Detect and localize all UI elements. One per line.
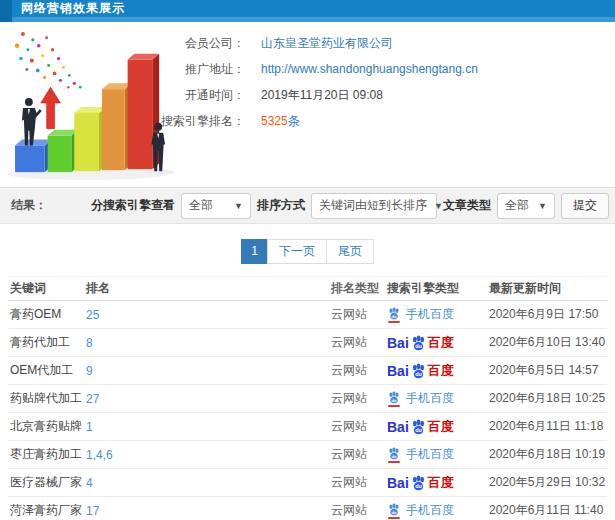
sort-label: 排序方式 [257,197,305,214]
engine-label: 手机百度 [406,446,454,463]
sort-select[interactable]: 关键词由短到长排序 ▼ [311,193,437,219]
bar-orange [102,83,132,170]
page-1-button[interactable]: 1 [241,239,268,264]
engine-rank-value: 5325条 [261,113,300,130]
article-type-label: 文章类型 [443,197,491,214]
table-row: 医疗器械厂家 4 云网站 Bai du 百度 2020年5月29日 10:32 [8,469,607,497]
bar-yellow [74,107,106,171]
header-keyword: 关键词 [8,280,86,297]
baidu-logo-text: Bai [387,419,409,435]
keyword-cell: OEM代加工 [8,362,86,379]
svg-text:du: du [415,427,422,433]
open-time-row: 开通时间： 2019年11月20日 09:08 [140,82,611,108]
table-header-row: 关键词 排名 排名类型 搜索引擎类型 最新更新时间 [8,276,607,301]
last-page-button[interactable]: 尾页 [326,239,374,264]
baidu-logo-text: Bai [387,335,409,351]
baidu-paw-icon: du [409,475,427,491]
promo-url-label: 推广地址： [140,61,245,78]
result-label: 结果： [11,197,47,214]
baidu-logo-text: Bai [387,475,409,491]
next-page-button[interactable]: 下一页 [267,239,327,264]
keyword-cell: 膏药代加工 [8,334,86,351]
rank-count: 5325 [261,114,288,128]
engine-cell: Bai du 百度 [387,474,489,492]
article-type-value: 全部 [505,197,529,214]
header-updated: 最新更新时间 [489,280,607,297]
svg-text:du: du [415,343,422,349]
header-rank-type: 排名类型 [331,280,387,297]
table-row: 北京膏药贴牌 1 云网站 Bai du 百度 2020年6月11日 11:18 [8,413,607,441]
baidu-logo-text: Bai [387,363,409,379]
engine-cell: Bai du 百度 [387,362,489,380]
engine-cell: du 手机百度 [387,306,489,323]
page-title: 网络营销效果展示 [21,0,125,17]
updated-cell: 2020年6月18日 10:19 [489,446,607,463]
updated-cell: 2020年6月10日 13:40 [489,334,607,351]
rank-type-cell: 云网站 [331,474,387,491]
rank-cell[interactable]: 27 [86,392,331,406]
engine-rank-row: 搜索引擎排名： 5325条 [140,108,611,134]
table-row: OEM代加工 9 云网站 Bai du 百度 2020年6月5日 14:57 [8,357,607,385]
keyword-cell: 枣庄膏药加工 [8,446,86,463]
baidu-paw-icon: du [409,419,427,435]
engine-cell: du 手机百度 [387,390,489,407]
table-row: 膏药OEM 25 云网站 du 手机百度 2020年6月9日 17:50 [8,301,607,329]
chevron-down-icon: ▼ [434,201,443,211]
rank-type-cell: 云网站 [331,306,387,323]
engine-filter-value: 全部 [189,197,213,214]
bar-green [48,130,79,172]
mobile-baidu-icon: du [387,503,401,519]
mobile-baidu-icon: du [387,391,401,407]
up-arrow-icon [41,87,61,128]
svg-text:du: du [391,453,397,458]
rank-cell[interactable]: 4 [86,476,331,490]
company-link[interactable]: 山东皇圣堂药业有限公司 [261,35,393,52]
table-row: 膏药代加工 8 云网站 Bai du 百度 2020年6月10日 13:40 [8,329,607,357]
svg-text:du: du [391,509,397,514]
open-time-label: 开通时间： [140,87,245,104]
rank-cell[interactable]: 17 [86,504,331,518]
table-row: 枣庄膏药加工 1,4,6 云网站 du 手机百度 2020年6月18日 10:1… [8,441,607,469]
baidu-paw-icon: du [409,363,427,379]
confetti-dots [15,32,82,89]
svg-text:du: du [415,371,422,377]
rank-type-cell: 云网站 [331,334,387,351]
rank-type-cell: 云网站 [331,362,387,379]
updated-cell: 2020年6月18日 10:25 [489,390,607,407]
rank-cell[interactable]: 1 [86,420,331,434]
updated-cell: 2020年5月29日 10:32 [489,474,607,491]
keyword-cell: 北京膏药贴牌 [8,418,86,435]
rank-cell[interactable]: 25 [86,308,331,322]
table-row: 药贴牌代加工 27 云网站 du 手机百度 2020年6月18日 10:25 [8,385,607,413]
pagination: 1 下一页 尾页 [0,239,615,264]
engine-cell: du 手机百度 [387,502,489,519]
account-info: 会员公司： 山东皇圣堂药业有限公司 推广地址： http://www.shand… [140,30,611,134]
keyword-cell: 菏泽膏药厂家 [8,502,86,519]
article-type-select[interactable]: 全部 ▼ [497,193,555,219]
engine-cell: Bai du 百度 [387,418,489,436]
header-rank: 排名 [86,280,331,297]
engine-cell: Bai du 百度 [387,334,489,352]
rank-type-cell: 云网站 [331,418,387,435]
engine-cell: du 手机百度 [387,446,489,463]
account-summary-section: 会员公司： 山东皇圣堂药业有限公司 推广地址： http://www.shand… [0,22,615,187]
open-time-value: 2019年11月20日 09:08 [261,87,383,104]
keyword-cell: 药贴牌代加工 [8,390,86,407]
filter-bar: 结果： 分搜索引擎查看 全部 ▼ 排序方式 关键词由短到长排序 ▼ 文章类型 全… [0,187,615,224]
rank-type-cell: 云网站 [331,390,387,407]
rank-cell[interactable]: 8 [86,336,331,350]
rank-unit: 条 [288,114,300,128]
engine-filter-select[interactable]: 全部 ▼ [181,193,251,219]
rank-cell[interactable]: 9 [86,364,331,378]
engine-rank-label: 搜索引擎排名： [140,113,245,130]
updated-cell: 2020年6月9日 17:50 [489,306,607,323]
table-row: 菏泽膏药厂家 17 云网站 du 手机百度 2020年6月11日 11:40 [8,497,607,520]
submit-button[interactable]: 提交 [561,193,609,219]
title-bar-notch [0,0,12,22]
promo-url-link[interactable]: http://www.shandonghuangshengtang.cn [261,62,478,76]
keyword-cell: 医疗器械厂家 [8,474,86,491]
rank-cell[interactable]: 1,4,6 [86,448,331,462]
svg-text:du: du [415,483,422,489]
engine-label: 手机百度 [406,502,454,519]
baidu-cn-text: 百度 [428,418,454,436]
